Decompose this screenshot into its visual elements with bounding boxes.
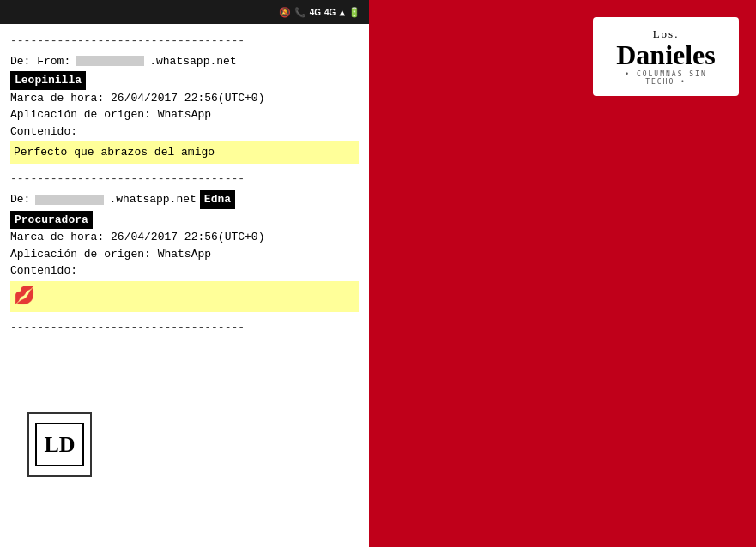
from-label-1: De: From: xyxy=(10,53,70,70)
divider-3: ----------------------------------- xyxy=(10,319,359,336)
name-badge-1: Leopinilla xyxy=(10,71,359,90)
divider-2: ----------------------------------- xyxy=(10,171,359,188)
message-block-1: De: From: .whatsapp.net Leopinilla Marca… xyxy=(10,53,359,164)
message-block-2: De: .whatsapp.net Edna Procuradora Marca… xyxy=(10,190,359,312)
content-label-2: Contenido: xyxy=(10,262,359,280)
lip-emoji: 💋 xyxy=(14,286,35,306)
message-content-area: ----------------------------------- De: … xyxy=(0,24,369,547)
brand-danieles: Danieles xyxy=(608,41,723,69)
network-4g-2: 4G xyxy=(324,8,336,17)
signal-icon: ▲ xyxy=(339,7,345,18)
timestamp-line-2: Marca de hora: 26/04/2017 22:56(UTC+0) xyxy=(10,229,359,246)
status-bar: 🔕 📞 4G 4G ▲ 🔋 xyxy=(0,0,369,24)
phone-icon: 📞 xyxy=(294,7,306,18)
brand-area: Los. Danieles • COLUMNAS SIN TECHO • xyxy=(369,0,756,547)
notification-icon: 🔕 xyxy=(279,7,291,18)
network-4g-1: 4G xyxy=(310,8,321,17)
brand-logo-container: Los. Danieles • COLUMNAS SIN TECHO • xyxy=(593,17,739,96)
name-edna-inline: Edna xyxy=(200,190,235,209)
divider-1: ----------------------------------- xyxy=(10,33,359,50)
name-leopinilla: Leopinilla xyxy=(10,71,86,90)
redacted-email-2 xyxy=(35,195,104,205)
app-line-2: Aplicación de origen: WhatsApp xyxy=(10,246,359,263)
ld-logo-text: LD xyxy=(35,423,83,466)
from-label-2: De: xyxy=(10,191,30,208)
redacted-email-1 xyxy=(76,56,144,66)
battery-icon: 🔋 xyxy=(348,7,360,18)
name-badge-2: Procuradora xyxy=(10,211,359,230)
brand-tagline: • COLUMNAS SIN TECHO • xyxy=(608,70,723,86)
from-line-1: De: From: .whatsapp.net xyxy=(10,53,359,70)
app-line-1: Aplicación de origen: WhatsApp xyxy=(10,106,359,123)
highlighted-text-1: Perfecto que abrazos del amigo xyxy=(10,141,359,164)
timestamp-line-1: Marca de hora: 26/04/2017 22:56(UTC+0) xyxy=(10,90,359,107)
phone-screen: 🔕 📞 4G 4G ▲ 🔋 --------------------------… xyxy=(0,0,369,547)
from-line-2: De: .whatsapp.net Edna xyxy=(10,190,359,209)
highlighted-emoji: 💋 xyxy=(10,281,359,312)
bottom-logo: LD xyxy=(27,412,92,477)
email-suffix-2: .whatsapp.net xyxy=(109,191,196,208)
name-procuradora: Procuradora xyxy=(10,211,93,230)
email-suffix-1: .whatsapp.net xyxy=(149,53,236,70)
content-label-1: Contenido: xyxy=(10,123,359,141)
